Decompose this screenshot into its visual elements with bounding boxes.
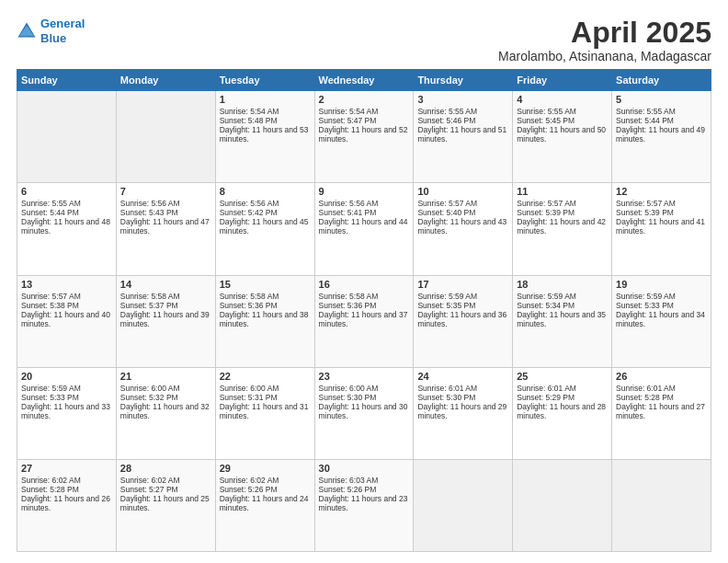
sunrise-text: Sunrise: 6:02 AM [220, 476, 311, 485]
sunrise-text: Sunrise: 5:58 AM [319, 292, 410, 301]
day-number: 14 [120, 279, 211, 290]
sunset-text: Sunset: 5:35 PM [417, 301, 508, 310]
calendar-cell: 17Sunrise: 5:59 AMSunset: 5:35 PMDayligh… [414, 275, 513, 367]
daylight-text: Daylight: 11 hours and 32 minutes. [120, 402, 211, 420]
calendar-cell: 1Sunrise: 5:54 AMSunset: 5:48 PMDaylight… [215, 91, 314, 183]
sunrise-text: Sunrise: 6:01 AM [517, 384, 608, 393]
calendar-cell [116, 91, 215, 183]
sunset-text: Sunset: 5:47 PM [319, 116, 410, 125]
day-number: 2 [319, 94, 410, 105]
sunset-text: Sunset: 5:46 PM [417, 116, 508, 125]
daylight-text: Daylight: 11 hours and 25 minutes. [120, 494, 211, 512]
title-block: April 2025 Marolambo, Atsinanana, Madaga… [498, 17, 711, 63]
sunset-text: Sunset: 5:28 PM [21, 485, 112, 494]
calendar-cell: 7Sunrise: 5:56 AMSunset: 5:43 PMDaylight… [116, 183, 215, 275]
col-saturday: Saturday [612, 70, 711, 91]
daylight-text: Daylight: 11 hours and 39 minutes. [120, 310, 211, 328]
sunset-text: Sunset: 5:36 PM [220, 301, 311, 310]
calendar-week-row: 20Sunrise: 5:59 AMSunset: 5:33 PMDayligh… [17, 367, 711, 459]
calendar-cell: 21Sunrise: 6:00 AMSunset: 5:32 PMDayligh… [116, 367, 215, 459]
sunset-text: Sunset: 5:44 PM [616, 116, 707, 125]
daylight-text: Daylight: 11 hours and 26 minutes. [21, 494, 112, 512]
header: General Blue April 2025 Marolambo, Atsin… [17, 17, 711, 63]
col-sunday: Sunday [17, 70, 117, 91]
day-number: 26 [616, 371, 707, 382]
calendar-cell: 8Sunrise: 5:56 AMSunset: 5:42 PMDaylight… [215, 183, 314, 275]
day-number: 19 [616, 279, 707, 290]
day-number: 27 [21, 463, 112, 474]
sunrise-text: Sunrise: 5:59 AM [616, 292, 707, 301]
calendar-cell: 20Sunrise: 5:59 AMSunset: 5:33 PMDayligh… [17, 367, 117, 459]
sunset-text: Sunset: 5:34 PM [517, 301, 608, 310]
sunset-text: Sunset: 5:26 PM [319, 485, 410, 494]
daylight-text: Daylight: 11 hours and 44 minutes. [319, 217, 410, 236]
calendar-cell: 10Sunrise: 5:57 AMSunset: 5:40 PMDayligh… [414, 183, 513, 275]
sunset-text: Sunset: 5:31 PM [220, 393, 311, 402]
daylight-text: Daylight: 11 hours and 30 minutes. [319, 402, 410, 420]
calendar-cell [612, 459, 711, 551]
calendar-cell: 13Sunrise: 5:57 AMSunset: 5:38 PMDayligh… [17, 275, 117, 367]
sunset-text: Sunset: 5:45 PM [517, 116, 608, 125]
location-title: Marolambo, Atsinanana, Madagascar [498, 49, 711, 63]
day-number: 23 [319, 371, 410, 382]
day-number: 7 [120, 186, 211, 197]
daylight-text: Daylight: 11 hours and 38 minutes. [220, 310, 311, 328]
sunrise-text: Sunrise: 5:56 AM [319, 199, 410, 208]
calendar-cell: 26Sunrise: 6:01 AMSunset: 5:28 PMDayligh… [612, 367, 711, 459]
calendar-cell: 18Sunrise: 5:59 AMSunset: 5:34 PMDayligh… [513, 275, 612, 367]
calendar-week-row: 1Sunrise: 5:54 AMSunset: 5:48 PMDaylight… [17, 91, 711, 183]
daylight-text: Daylight: 11 hours and 31 minutes. [220, 402, 311, 420]
calendar-cell: 25Sunrise: 6:01 AMSunset: 5:29 PMDayligh… [513, 367, 612, 459]
page: General Blue April 2025 Marolambo, Atsin… [0, 0, 728, 563]
sunset-text: Sunset: 5:26 PM [220, 485, 311, 494]
sunrise-text: Sunrise: 6:01 AM [417, 384, 508, 393]
daylight-text: Daylight: 11 hours and 24 minutes. [220, 494, 311, 512]
calendar-table: Sunday Monday Tuesday Wednesday Thursday… [17, 69, 711, 552]
month-title: April 2025 [498, 17, 711, 49]
day-number: 11 [517, 186, 608, 197]
col-friday: Friday [513, 70, 612, 91]
sunrise-text: Sunrise: 5:59 AM [21, 384, 112, 393]
day-number: 8 [220, 186, 311, 197]
day-number: 28 [120, 463, 211, 474]
day-number: 1 [220, 94, 311, 105]
day-number: 6 [21, 186, 112, 197]
sunset-text: Sunset: 5:37 PM [120, 301, 211, 310]
day-number: 12 [616, 186, 707, 197]
col-thursday: Thursday [414, 70, 513, 91]
day-number: 29 [220, 463, 311, 474]
daylight-text: Daylight: 11 hours and 42 minutes. [517, 217, 608, 236]
calendar-cell: 12Sunrise: 5:57 AMSunset: 5:39 PMDayligh… [612, 183, 711, 275]
daylight-text: Daylight: 11 hours and 29 minutes. [417, 402, 508, 420]
calendar-week-row: 6Sunrise: 5:55 AMSunset: 5:44 PMDaylight… [17, 183, 711, 275]
day-number: 20 [21, 371, 112, 382]
sunrise-text: Sunrise: 5:57 AM [616, 199, 707, 208]
daylight-text: Daylight: 11 hours and 53 minutes. [220, 125, 311, 144]
sunrise-text: Sunrise: 5:55 AM [517, 107, 608, 116]
day-number: 25 [517, 371, 608, 382]
calendar-cell: 27Sunrise: 6:02 AMSunset: 5:28 PMDayligh… [17, 459, 117, 551]
daylight-text: Daylight: 11 hours and 23 minutes. [319, 494, 410, 512]
day-number: 16 [319, 279, 410, 290]
sunrise-text: Sunrise: 6:03 AM [319, 476, 410, 485]
sunrise-text: Sunrise: 5:54 AM [220, 107, 311, 116]
logo-text: General Blue [40, 17, 85, 45]
sunset-text: Sunset: 5:48 PM [220, 116, 311, 125]
sunrise-text: Sunrise: 5:57 AM [517, 199, 608, 208]
daylight-text: Daylight: 11 hours and 50 minutes. [517, 125, 608, 144]
logo-general: General [40, 17, 85, 30]
sunrise-text: Sunrise: 6:01 AM [616, 384, 707, 393]
daylight-text: Daylight: 11 hours and 35 minutes. [517, 310, 608, 328]
calendar-cell: 5Sunrise: 5:55 AMSunset: 5:44 PMDaylight… [612, 91, 711, 183]
daylight-text: Daylight: 11 hours and 51 minutes. [417, 125, 508, 144]
sunrise-text: Sunrise: 5:55 AM [417, 107, 508, 116]
sunset-text: Sunset: 5:33 PM [21, 393, 112, 402]
calendar-cell: 11Sunrise: 5:57 AMSunset: 5:39 PMDayligh… [513, 183, 612, 275]
calendar-cell [513, 459, 612, 551]
daylight-text: Daylight: 11 hours and 49 minutes. [616, 125, 707, 144]
logo-icon [17, 21, 37, 41]
day-number: 30 [319, 463, 410, 474]
daylight-text: Daylight: 11 hours and 41 minutes. [616, 217, 707, 236]
day-number: 17 [417, 279, 508, 290]
daylight-text: Daylight: 11 hours and 37 minutes. [319, 310, 410, 328]
